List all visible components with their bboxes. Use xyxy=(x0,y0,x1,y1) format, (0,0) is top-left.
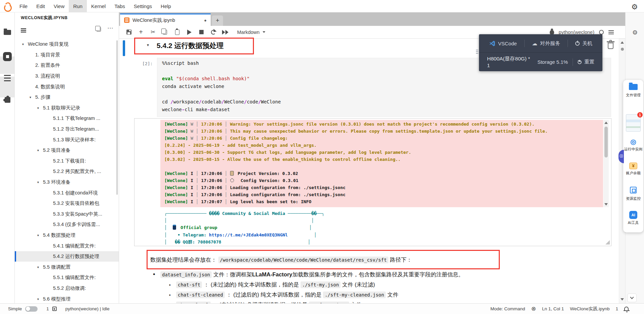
extensions-icon-cell[interactable] xyxy=(0,77,14,97)
menu-item[interactable]: Kernel xyxy=(87,0,110,12)
toc-item[interactable]: 5.3.4 (仅多卡训练需... xyxy=(15,219,119,230)
copy-cell-button[interactable] xyxy=(162,29,168,35)
new-tab-button[interactable]: + xyxy=(212,15,223,26)
toc-item-label: 5.5 微调配置 xyxy=(43,264,70,270)
cell-type-dropdown[interactable]: Markdown xyxy=(237,30,265,35)
restart-kernel-button[interactable] xyxy=(210,29,216,35)
scroll-up-icon[interactable] xyxy=(604,122,608,124)
toc-item[interactable]: 5.1.2 导出Telegram... xyxy=(15,124,119,135)
toc-item[interactable]: 1. 项目背景 xyxy=(15,50,119,60)
delete-instance-button[interactable] xyxy=(606,40,616,51)
settings-gear-icon[interactable]: ⚙ xyxy=(631,3,638,11)
chevron-down-icon[interactable] xyxy=(37,233,43,237)
dock-item-file-manager[interactable]: 文件管理 xyxy=(623,84,643,98)
toc-item[interactable]: 3. 流程说明 xyxy=(15,71,119,82)
paste-cell-button[interactable] xyxy=(174,29,180,35)
toc-item[interactable]: 5.4.1 编辑配置文件: xyxy=(15,240,119,251)
bell-icon[interactable] xyxy=(624,307,629,310)
toc-item[interactable]: 5.3.3 安装Spacy中英... xyxy=(15,209,119,220)
file-browser-icon[interactable] xyxy=(4,30,11,35)
scroll-down-icon[interactable] xyxy=(604,203,608,206)
kernel-status[interactable]: python(weclone) | Idle xyxy=(65,306,110,311)
scroll-bottom-button[interactable] xyxy=(627,294,637,302)
stop-kernel-button[interactable] xyxy=(198,29,204,35)
external-service-button[interactable]: ☁ 对外服务 xyxy=(532,40,560,47)
simple-mode-toggle[interactable] xyxy=(25,306,38,312)
toc-item[interactable]: 5.1.1 下载Telegram ... xyxy=(15,113,119,124)
heading-collapse-arrow-icon[interactable]: ▾ xyxy=(147,43,149,47)
toc-item[interactable]: 5.2.2 拷贝配置文件, ... xyxy=(15,166,119,177)
chevron-down-icon[interactable] xyxy=(37,265,43,269)
reset-button[interactable]: 重置 xyxy=(578,59,594,65)
chevron-down-icon[interactable] xyxy=(30,95,35,99)
menu-item[interactable]: File xyxy=(15,0,32,12)
toc-item[interactable]: WeClone 项目复现 xyxy=(15,39,119,50)
toc-item[interactable]: 5. 步骤 xyxy=(15,92,119,103)
toc-item[interactable]: 5.2.1 下载项目: xyxy=(15,156,119,167)
toc-item[interactable]: 5.2 项目准备 xyxy=(15,145,119,156)
chevron-down-icon[interactable] xyxy=(22,42,28,46)
menu-item[interactable]: Run xyxy=(69,0,87,12)
toc-item[interactable]: 2. 前置条件 xyxy=(15,60,119,71)
toc-item[interactable]: 5.5.1 编辑配置文件: xyxy=(15,272,119,283)
output-scrollbar[interactable] xyxy=(603,120,609,207)
dock-item-ai-tools[interactable]: AI AI工具 xyxy=(623,211,643,225)
toc-item[interactable]: 5.1.3 聊天记录样本: xyxy=(15,134,119,145)
scroll-up-icon[interactable] xyxy=(621,41,624,44)
cut-cell-button[interactable] xyxy=(150,29,156,35)
menu-item[interactable]: Edit xyxy=(32,0,49,12)
dock-item-account-balance[interactable]: ¥ 账户余额 xyxy=(623,163,643,176)
kernel-status-circle-icon[interactable] xyxy=(599,30,604,35)
toc-item[interactable]: 5.1 获取聊天记录 xyxy=(15,103,119,114)
shutdown-button[interactable]: 关机 xyxy=(575,40,592,47)
toc-item[interactable]: 5.4 数据预处理 xyxy=(15,230,119,241)
save-button[interactable] xyxy=(126,29,132,35)
log-line: [WeClone] W │ 17:20:06 │ This may cause … xyxy=(164,129,599,136)
section-heading[interactable]: 5.4.2 运行数据预处理 xyxy=(157,41,224,50)
cursor-position[interactable]: Ln 1, Col 1 xyxy=(542,306,564,311)
markdown-paragraph[interactable]: 数据集处理结果会存放在： /workspace/codelab/WeClone/… xyxy=(150,254,412,265)
dock-item-running-instance[interactable]: ◎ 运行中实例 xyxy=(623,138,643,152)
mode-indicator[interactable]: Mode: Command xyxy=(490,306,525,311)
toc-item[interactable]: 5.3.2 安装项目依赖包 xyxy=(15,198,119,209)
preferences-gear-icon[interactable]: ⚙ xyxy=(632,29,638,36)
table-of-contents-icon[interactable] xyxy=(4,75,11,76)
chevron-down-icon[interactable] xyxy=(37,180,43,184)
toc-item[interactable]: 5.4.2 运行数据预处理 xyxy=(15,251,119,262)
toc-item[interactable]: 5.3 环境准备 xyxy=(15,177,119,188)
trust-shield-icon[interactable]: ⊗ xyxy=(531,305,536,312)
scroll-down-icon[interactable] xyxy=(621,298,624,301)
sidebar-scrollbar[interactable] xyxy=(116,40,118,195)
run-cell-button[interactable] xyxy=(186,29,192,35)
toc-item[interactable]: 5.6 模型推理 xyxy=(15,294,119,303)
add-cell-button[interactable] xyxy=(138,29,144,35)
menu-item[interactable]: Tabs xyxy=(110,0,129,12)
toc-item[interactable]: 4. 数据集说明 xyxy=(15,81,119,92)
panel-drag-handle[interactable] xyxy=(476,50,478,50)
vscode-button[interactable]: VSCode xyxy=(489,40,517,47)
chevron-down-icon[interactable] xyxy=(37,106,43,110)
dock-item-resource-monitor[interactable]: 资源监控 xyxy=(623,187,643,201)
notebook-tab[interactable]: WeClone实践.ipynb ● xyxy=(120,13,211,26)
toc-item[interactable]: 5.5 微调配置 xyxy=(15,262,119,272)
toc-item[interactable]: 5.5.2 启动微调: xyxy=(15,283,119,294)
kernel-chip-icon[interactable] xyxy=(52,307,57,311)
extensions-icon[interactable] xyxy=(5,97,10,103)
unsaved-dot-icon[interactable]: ● xyxy=(204,18,207,23)
copy-panel-icon[interactable] xyxy=(97,27,101,32)
scrollbar-thumb[interactable] xyxy=(604,127,608,158)
menu-item[interactable]: Settings xyxy=(129,0,156,12)
toc-item[interactable]: 5.3.1 创建conda环境 xyxy=(15,187,119,198)
chevron-down-icon[interactable] xyxy=(37,148,43,152)
restart-run-all-button[interactable] xyxy=(222,29,228,35)
scrollbar-thumb[interactable] xyxy=(621,48,624,51)
menu-item[interactable]: Help xyxy=(156,0,175,12)
hamburger-menu-icon[interactable] xyxy=(608,30,614,31)
chevron-down-icon xyxy=(630,295,634,299)
output-resize-grip[interactable] xyxy=(605,240,610,244)
toc-list-icon[interactable] xyxy=(21,28,26,29)
more-options-icon[interactable]: ⋯ xyxy=(107,25,113,32)
running-kernels-icon[interactable] xyxy=(3,52,12,61)
menu-item[interactable]: View xyxy=(49,0,69,12)
chevron-down-icon[interactable] xyxy=(37,297,43,301)
